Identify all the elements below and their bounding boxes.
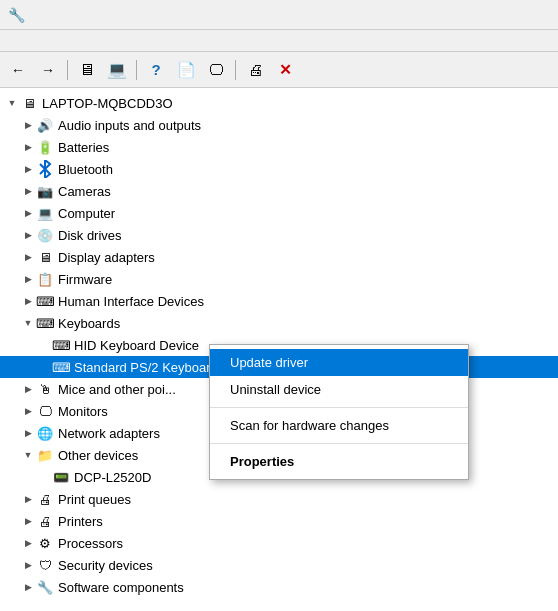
toolbar-sep-3 [235, 60, 236, 80]
monitor-button[interactable]: 🖵 [202, 56, 230, 84]
menu-bar [0, 30, 558, 52]
audio-icon-audio: 🔊 [36, 116, 54, 134]
tree-item-keyboards[interactable]: ⌨Keyboards [0, 312, 558, 334]
tree-label-print-queues: Print queues [58, 492, 131, 507]
firmware-icon-firmware: 📋 [36, 270, 54, 288]
expand-arrow-processors[interactable] [20, 535, 36, 551]
keyboard-icon-hid-keyboard: ⌨ [52, 336, 70, 354]
toolbar-sep-2 [136, 60, 137, 80]
tree-label-mice: Mice and other poi... [58, 382, 176, 397]
device-icon-dcp: 📟 [52, 468, 70, 486]
monitor-icon-monitors: 🖵 [36, 402, 54, 420]
tree-item-audio[interactable]: 🔊Audio inputs and outputs [0, 114, 558, 136]
tree-item-cameras[interactable]: 📷Cameras [0, 180, 558, 202]
menu-action[interactable] [20, 39, 36, 43]
expand-arrow-mice[interactable] [20, 381, 36, 397]
context-menu-separator [210, 443, 468, 444]
tree-label-printers: Printers [58, 514, 103, 529]
context-menu-separator [210, 407, 468, 408]
print-icon-print-queues: 🖨 [36, 490, 54, 508]
expand-arrow-batteries[interactable] [20, 139, 36, 155]
main-area: 🖥LAPTOP-MQBCDD3O🔊Audio inputs and output… [0, 88, 558, 611]
menu-help[interactable] [52, 39, 68, 43]
context-menu-item-scan[interactable]: Scan for hardware changes [210, 412, 468, 439]
tree-item-printers[interactable]: 🖨Printers [0, 510, 558, 532]
menu-view[interactable] [36, 39, 52, 43]
back-button[interactable]: ← [4, 56, 32, 84]
context-menu-item-uninstall-device[interactable]: Uninstall device [210, 376, 468, 403]
tree-label-disk: Disk drives [58, 228, 122, 243]
computer2-button[interactable]: 💻 [103, 56, 131, 84]
expand-arrow-disk[interactable] [20, 227, 36, 243]
tree-item-software[interactable]: 🔧Software components [0, 576, 558, 598]
tree-item-batteries[interactable]: 🔋Batteries [0, 136, 558, 158]
tree-label-security: Security devices [58, 558, 153, 573]
expand-arrow-root[interactable] [4, 95, 20, 111]
tree-item-firmware[interactable]: 📋Firmware [0, 268, 558, 290]
expand-arrow-keyboards[interactable] [20, 315, 36, 331]
folder-icon-other: 📁 [36, 446, 54, 464]
expand-arrow-security[interactable] [20, 557, 36, 573]
tree-label-processors: Processors [58, 536, 123, 551]
camera-icon-cameras: 📷 [36, 182, 54, 200]
battery-icon-batteries: 🔋 [36, 138, 54, 156]
tree-item-processors[interactable]: ⚙Processors [0, 532, 558, 554]
title-bar [0, 0, 558, 30]
expand-arrow-bluetooth[interactable] [20, 161, 36, 177]
tree-item-print-queues[interactable]: 🖨Print queues [0, 488, 558, 510]
chip-icon-computer: 💻 [36, 204, 54, 222]
mouse-icon-mice: 🖱 [36, 380, 54, 398]
expand-arrow-audio[interactable] [20, 117, 36, 133]
tree-label-software: Software components [58, 580, 184, 595]
printer-icon-printers: 🖨 [36, 512, 54, 530]
expand-arrow-hid[interactable] [20, 293, 36, 309]
tree-label-keyboards: Keyboards [58, 316, 120, 331]
tree-label-monitors: Monitors [58, 404, 108, 419]
tree-label-root: LAPTOP-MQBCDD3O [42, 96, 173, 111]
computer-button[interactable]: 🖥 [73, 56, 101, 84]
menu-file[interactable] [4, 39, 20, 43]
tree-label-computer: Computer [58, 206, 115, 221]
context-menu-item-properties[interactable]: Properties [210, 448, 468, 475]
tree-item-computer[interactable]: 💻Computer [0, 202, 558, 224]
expand-arrow-printers[interactable] [20, 513, 36, 529]
tree-label-other: Other devices [58, 448, 138, 463]
expand-arrow-other[interactable] [20, 447, 36, 463]
expand-arrow-print-queues[interactable] [20, 491, 36, 507]
keyboard-icon-ps2-keyboard: ⌨ [52, 358, 70, 376]
tree-label-bluetooth: Bluetooth [58, 162, 113, 177]
expand-arrow-display[interactable] [20, 249, 36, 265]
toolbar: ← → 🖥 💻 ? 📄 🖵 🖨 ✕ [0, 52, 558, 88]
keyboard-icon-keyboards: ⌨ [36, 314, 54, 332]
components-icon-software: 🔧 [36, 578, 54, 596]
tree-label-audio: Audio inputs and outputs [58, 118, 201, 133]
tree-item-root[interactable]: 🖥LAPTOP-MQBCDD3O [0, 92, 558, 114]
expand-arrow-monitors[interactable] [20, 403, 36, 419]
tree-item-security[interactable]: 🛡Security devices [0, 554, 558, 576]
bluetooth-icon-bluetooth [36, 160, 54, 178]
toolbar-sep-1 [67, 60, 68, 80]
tree-label-ps2-keyboard: Standard PS/2 Keyboard [74, 360, 218, 375]
tree-label-batteries: Batteries [58, 140, 109, 155]
tree-label-hid: Human Interface Devices [58, 294, 204, 309]
expand-arrow-network[interactable] [20, 425, 36, 441]
context-menu-item-update-driver[interactable]: Update driver [210, 349, 468, 376]
tree-label-dcp: DCP-L2520D [74, 470, 151, 485]
update-button[interactable]: 🖨 [241, 56, 269, 84]
tree-label-display: Display adapters [58, 250, 155, 265]
properties-button[interactable]: 📄 [172, 56, 200, 84]
delete-button[interactable]: ✕ [271, 56, 299, 84]
tree-label-network: Network adapters [58, 426, 160, 441]
display-icon-display: 🖥 [36, 248, 54, 266]
tree-item-display[interactable]: 🖥Display adapters [0, 246, 558, 268]
tree-item-disk[interactable]: 💿Disk drives [0, 224, 558, 246]
forward-button[interactable]: → [34, 56, 62, 84]
expand-arrow-firmware[interactable] [20, 271, 36, 287]
tree-label-firmware: Firmware [58, 272, 112, 287]
expand-arrow-software[interactable] [20, 579, 36, 595]
tree-item-hid[interactable]: ⌨Human Interface Devices [0, 290, 558, 312]
expand-arrow-cameras[interactable] [20, 183, 36, 199]
expand-arrow-computer[interactable] [20, 205, 36, 221]
help-button[interactable]: ? [142, 56, 170, 84]
tree-item-bluetooth[interactable]: Bluetooth [0, 158, 558, 180]
